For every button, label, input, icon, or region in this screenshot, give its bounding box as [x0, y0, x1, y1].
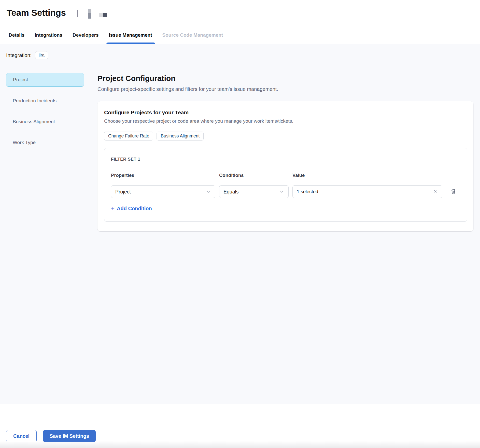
active-tab-indicator [106, 43, 155, 44]
properties-select-value: Project [115, 189, 131, 195]
sidebar-item-label: Work Type [13, 140, 36, 145]
tab-label: Details [9, 32, 24, 38]
add-condition-label: Add Condition [117, 206, 152, 212]
delete-filter-button[interactable] [446, 188, 460, 195]
tab-label: Issue Management [109, 32, 152, 38]
configure-projects-card: Configure Projects for your Team Choose … [97, 101, 473, 231]
conditions-select-value: Equals [223, 189, 239, 195]
tab-source-code-management[interactable]: Source Code Management [162, 26, 223, 44]
filter-condition-row: Project Equals [111, 185, 460, 198]
sidebar-item-business-alignment[interactable]: Business Alignment [6, 115, 84, 129]
content-columns: Project Production Incidents Business Al… [0, 66, 480, 404]
tab-integrations[interactable]: Integrations [35, 26, 62, 44]
page-title: Team Settings [7, 8, 66, 18]
title-separator [77, 10, 78, 17]
properties-column-label: Properties [111, 173, 215, 178]
clear-value-button[interactable] [432, 188, 439, 195]
project-chips: Change Failure Rate Business Alignment [104, 132, 467, 141]
cancel-button[interactable]: Cancel [6, 430, 37, 442]
chevron-down-icon [279, 189, 284, 194]
sidebar-item-label: Project [13, 77, 28, 82]
trash-icon [450, 188, 456, 195]
section-title: Project Configuration [97, 74, 473, 82]
integration-badge: jira [35, 51, 48, 59]
value-column-label: Value [292, 173, 442, 178]
chip-label: Change Failure Rate [108, 133, 149, 139]
tab-label: Integrations [35, 32, 62, 38]
tab-issue-management[interactable]: Issue Management [109, 26, 152, 44]
filter-column-labels: Properties Conditions Value [111, 173, 460, 178]
tab-label: Developers [73, 32, 98, 38]
filter-set-1: FILTER SET 1 Properties Conditions Value… [104, 148, 467, 222]
sidebar-item-production-incidents[interactable]: Production Incidents [6, 94, 84, 108]
chip-business-alignment[interactable]: Business Alignment [157, 132, 204, 141]
tab-details[interactable]: Details [9, 26, 24, 44]
settings-sidebar: Project Production Incidents Business Al… [0, 66, 91, 404]
sidebar-item-label: Production Incidents [13, 98, 57, 104]
conditions-select[interactable]: Equals [219, 185, 289, 198]
add-condition-button[interactable]: + Add Condition [111, 206, 152, 212]
integration-row: Integration: jira [0, 44, 480, 59]
settings-tab-bar: Details Integrations Developers Issue Ma… [0, 23, 480, 44]
page-header: Team Settings [0, 0, 480, 23]
chip-change-failure-rate[interactable]: Change Failure Rate [104, 132, 153, 141]
integration-label: Integration: [6, 52, 32, 58]
sidebar-item-work-type[interactable]: Work Type [6, 135, 84, 149]
filter-set-title: FILTER SET 1 [111, 157, 460, 162]
card-title: Configure Projects for your Team [104, 109, 467, 116]
team-settings-page: Team Settings Details Integrations Devel… [0, 0, 480, 448]
sidebar-item-label: Business Alignment [13, 119, 55, 124]
redacted-team-name [99, 13, 107, 17]
properties-select[interactable]: Project [111, 185, 215, 198]
save-im-settings-button[interactable]: Save IM Settings [43, 430, 96, 442]
redacted-team-name [88, 9, 91, 19]
content-footer-gap [0, 404, 480, 424]
close-icon [433, 189, 437, 194]
sidebar-item-project[interactable]: Project [6, 73, 84, 87]
footer-action-bar: Cancel Save IM Settings [0, 424, 480, 448]
card-subtitle: Choose your respective project or code a… [104, 118, 467, 124]
plus-icon: + [111, 206, 115, 211]
chevron-down-icon [206, 189, 211, 194]
section-subtitle: Configure project-specific settings and … [97, 86, 473, 92]
issue-management-panel: Integration: jira Project Production Inc… [0, 44, 480, 404]
tab-label: Source Code Management [162, 32, 223, 38]
value-selected-text: 1 selected [297, 189, 318, 194]
project-configuration-section: Project Configuration Configure project-… [91, 66, 480, 404]
tab-developers[interactable]: Developers [73, 26, 98, 44]
conditions-column-label: Conditions [219, 173, 289, 178]
chip-label: Business Alignment [161, 133, 200, 139]
value-multiselect[interactable]: 1 selected [292, 185, 442, 198]
